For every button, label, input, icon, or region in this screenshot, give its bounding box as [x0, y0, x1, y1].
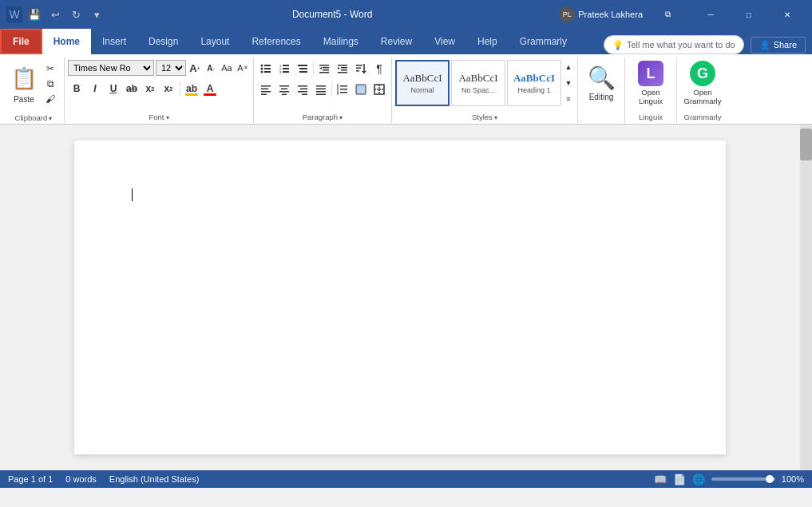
tab-layout[interactable]: Layout: [189, 29, 240, 54]
sort-btn[interactable]: [352, 60, 370, 77]
tab-references[interactable]: References: [240, 29, 311, 54]
show-para-marks-btn[interactable]: ¶: [370, 60, 388, 77]
styles-scroll-up[interactable]: ▲: [563, 60, 574, 74]
document-page[interactable]: [74, 141, 726, 454]
tab-help[interactable]: Help: [466, 29, 509, 54]
svg-rect-14: [299, 71, 307, 73]
styles-expand[interactable]: ≡: [563, 92, 574, 106]
styles-group-label[interactable]: Styles: [392, 113, 577, 121]
justify-btn[interactable]: [312, 81, 330, 98]
title-bar: W 💾 ↩ ↻ ▾ Document5 - Word PL Prateek La…: [0, 0, 812, 29]
style-heading1[interactable]: AaBbCcI Heading 1: [507, 60, 561, 106]
svg-rect-45: [316, 94, 326, 96]
font-color-button[interactable]: A: [201, 80, 219, 97]
zoom-slider[interactable]: [711, 477, 775, 481]
vertical-scrollbar[interactable]: [800, 125, 812, 470]
format-painter-icon: 🖌: [46, 93, 55, 105]
lightbulb-icon: 💡: [612, 40, 624, 50]
share-button[interactable]: 👤 Share: [751, 37, 806, 53]
increase-indent-btn[interactable]: [334, 60, 351, 77]
tab-file[interactable]: File: [0, 29, 42, 54]
font-grow-btn[interactable]: A+: [188, 61, 202, 75]
restore-btn[interactable]: ⧉: [649, 2, 686, 26]
numbering-btn[interactable]: 1.2.3.: [275, 60, 293, 77]
superscript-button[interactable]: x2: [160, 80, 177, 97]
close-btn[interactable]: ✕: [769, 2, 806, 26]
clipboard-group-label[interactable]: Clipboard: [3, 113, 64, 122]
subscript-button[interactable]: x2: [141, 80, 159, 97]
styles-box: AaBbCcI Normal AaBbCcI No Spac... AaBbCc…: [395, 60, 574, 106]
strikethrough-button[interactable]: ab: [123, 80, 141, 97]
undo-qat-btn[interactable]: ↩: [46, 6, 64, 23]
font-shrink-btn[interactable]: A-: [204, 61, 218, 75]
svg-rect-5: [264, 71, 271, 73]
style-no-spacing[interactable]: AaBbCcI No Spac...: [451, 60, 505, 106]
tell-me-box[interactable]: 💡 Tell me what you want to do: [604, 35, 744, 54]
svg-rect-21: [341, 67, 347, 69]
font-name-select[interactable]: Times New Ro: [68, 60, 154, 76]
svg-rect-27: [356, 70, 359, 72]
svg-rect-37: [282, 94, 287, 96]
line-spacing-btn[interactable]: [334, 81, 351, 98]
open-linguix-btn[interactable]: L Open Linguix: [628, 60, 673, 106]
align-left-btn[interactable]: [257, 81, 275, 98]
read-mode-btn[interactable]: 📖: [654, 473, 667, 485]
paste-label: Paste: [14, 95, 34, 104]
zoom-thumb[interactable]: [766, 475, 774, 483]
user-area[interactable]: PL Prateek Lakhera: [559, 6, 643, 22]
svg-rect-1: [264, 65, 271, 66]
bold-button[interactable]: B: [68, 80, 85, 97]
tab-view[interactable]: View: [423, 29, 466, 54]
tab-mailings[interactable]: Mailings: [312, 29, 370, 54]
svg-rect-11: [283, 71, 289, 73]
open-grammarly-btn[interactable]: G Open Grammarly: [680, 60, 725, 106]
editing-btn[interactable]: 🔍 Editing: [581, 60, 621, 106]
underline-button[interactable]: U: [105, 80, 122, 97]
linguix-group: 🔍 Editing: [578, 57, 625, 123]
cut-button[interactable]: ✂: [42, 61, 59, 76]
customize-qat-btn[interactable]: ▾: [88, 6, 105, 23]
italic-button[interactable]: I: [86, 80, 104, 97]
redo-qat-btn[interactable]: ↻: [67, 6, 85, 23]
scrollbar-thumb[interactable]: [800, 129, 812, 160]
multilevel-btn[interactable]: [294, 60, 311, 77]
svg-rect-41: [302, 94, 307, 96]
styles-scroll-down[interactable]: ▼: [563, 76, 574, 90]
grammarly-logo-icon: G: [690, 61, 715, 86]
svg-rect-43: [316, 89, 326, 90]
text-highlight-button[interactable]: ab: [183, 80, 200, 97]
user-name: Prateek Lakhera: [578, 10, 643, 19]
change-case-btn[interactable]: Aa: [220, 61, 234, 75]
grammarly-group-label: Grammarly: [677, 113, 728, 121]
align-center-btn[interactable]: [275, 81, 293, 98]
tab-insert[interactable]: Insert: [91, 29, 137, 54]
style-normal[interactable]: AaBbCcI Normal: [395, 60, 450, 106]
svg-rect-34: [279, 85, 289, 87]
tab-grammarly[interactable]: Grammarly: [509, 29, 578, 54]
tab-design[interactable]: Design: [137, 29, 189, 54]
bullets-btn[interactable]: [257, 60, 275, 77]
editing-label: Editing: [589, 93, 614, 101]
svg-rect-46: [340, 85, 347, 87]
paragraph-group-label[interactable]: Paragraph: [254, 113, 391, 121]
copy-button[interactable]: ⧉: [42, 77, 59, 91]
tab-home[interactable]: Home: [42, 29, 91, 54]
shading-btn[interactable]: [352, 81, 370, 98]
align-right-btn[interactable]: [294, 81, 311, 98]
svg-rect-35: [281, 89, 287, 90]
tab-review[interactable]: Review: [370, 29, 423, 54]
minimize-btn[interactable]: ─: [692, 2, 729, 26]
font-size-select[interactable]: 12: [156, 60, 186, 76]
decrease-indent-btn[interactable]: [315, 60, 333, 77]
save-qat-btn[interactable]: 💾: [26, 6, 43, 23]
font-group-label[interactable]: Font: [65, 113, 253, 121]
document-scroll[interactable]: [0, 125, 800, 470]
borders-btn[interactable]: [370, 81, 388, 98]
maximize-btn[interactable]: □: [731, 2, 767, 26]
paste-button[interactable]: 📋 Paste: [6, 60, 42, 108]
web-layout-btn[interactable]: 🌐: [692, 473, 705, 485]
clear-format-btn[interactable]: A✕: [236, 61, 250, 75]
copy-icon: ⧉: [47, 78, 54, 89]
print-layout-btn[interactable]: 📄: [673, 473, 686, 485]
format-painter-button[interactable]: 🖌: [42, 92, 59, 106]
